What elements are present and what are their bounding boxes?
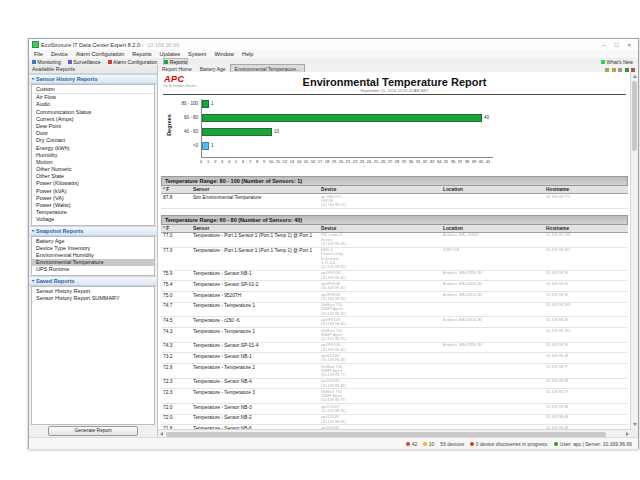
cell-hostname: 10.169.98.48 [544, 415, 628, 425]
reports-icon [164, 60, 168, 64]
perspective-label: Alarm Configuration [113, 59, 157, 65]
generate-report-button[interactable]: Generate Report [48, 426, 138, 436]
scroll-right-icon[interactable] [626, 432, 629, 436]
sidebar-item-power-va[interactable]: Power (VA) [32, 195, 154, 202]
cell-temperature: 74.3 [161, 328, 191, 342]
user-icon [554, 442, 558, 446]
x-axis-line [201, 157, 493, 158]
sidebar-item-motion[interactable]: Motion [32, 159, 154, 166]
scroll-down-icon[interactable] [633, 423, 637, 426]
whats-new-icon [601, 60, 605, 64]
cell-temperature: 77.0 [161, 248, 191, 270]
minimize-button[interactable]: – [603, 42, 606, 48]
menu-reports[interactable]: Reports [132, 51, 151, 57]
cell-sensor: Temperature - Sensor SP-01-4 [191, 343, 319, 353]
perspective-monitoring[interactable]: Monitoring [32, 59, 61, 65]
menu-updates[interactable]: Updates [160, 51, 181, 57]
cell-temperature: 74.3 [161, 343, 191, 353]
section-title: Temperature Range: 80 - 100 (Number of S… [161, 176, 628, 186]
maximize-button[interactable]: □ [615, 42, 619, 48]
horizontal-scroll-thumb[interactable] [166, 432, 606, 437]
cell-sensor: Temperature - Sensor NB-4 [191, 379, 319, 389]
cell-device: apc9F8108(10.169.98.30) [319, 292, 441, 302]
cell-hostname: 10.169.98.30 [544, 292, 628, 302]
sidebar-item-sensor-history-report-summary[interactable]: Sensor History Report SUMMARY [32, 295, 154, 302]
vertical-scrollbar[interactable] [630, 72, 638, 429]
column-header-sensor: Sensor [191, 225, 319, 232]
perspective-surveillance[interactable]: Surveillance [68, 59, 101, 65]
menu-window[interactable]: Window [214, 51, 234, 57]
sidebar-item-environmental-humidity[interactable]: Environmental Humidity [32, 252, 154, 259]
sidebar-item-battery-age[interactable]: Battery Age [32, 238, 154, 245]
temperature-bar-chart: Degrees 80 - 100160 - 804040 - 6010<0101… [161, 98, 626, 172]
cell-temperature: 72.0 [161, 404, 191, 414]
close-button[interactable]: × [627, 42, 631, 48]
section-header-snapshot-reports[interactable]: ▾Snapshot Reports [29, 226, 157, 236]
table-row: 74.3Temperature - Temperature 1NetBotz 7… [161, 328, 628, 343]
sidebar-item-sensor-history-report[interactable]: Sensor History Report [32, 288, 154, 295]
tab-report-home[interactable]: Report Home [158, 65, 196, 72]
perspective-alarm-configuration[interactable]: Alarm Configuration [108, 59, 158, 65]
report-section: Temperature Range: 80 - 100 (Number of S… [161, 176, 628, 209]
sidebar-item-dry-contact[interactable]: Dry Contact [32, 137, 154, 144]
menu-file[interactable]: File [34, 51, 43, 57]
sidebar-item-ups-runtime[interactable]: UPS Runtime [32, 266, 154, 273]
tab-battery-age[interactable]: Battery Age [196, 65, 230, 72]
cell-hostname: 10.169.98.48 [544, 379, 628, 389]
sidebar-item-temperature[interactable]: Temperature [32, 209, 154, 216]
cell-location [441, 364, 544, 378]
sidebar-item-power-watts[interactable]: Power (Watts) [32, 202, 154, 209]
cell-location: Andover, MA 01810 3B [441, 317, 544, 327]
sidebar-item-door[interactable]: Door [32, 130, 154, 137]
section-header-saved-reports[interactable]: ▾Saved Reports [29, 276, 157, 286]
cell-hostname: 10.169.98.30 [544, 271, 628, 281]
cell-hostname: 10.169.98.195 [544, 328, 628, 342]
cell-hostname: 10.169.98.48 [544, 353, 628, 363]
whats-new-link[interactable]: What's New [601, 59, 635, 65]
sidebar-item-audio[interactable]: Audio [32, 101, 154, 108]
cell-device: NMC-2PowerConfigSubstation1.17-4-4(10.16… [319, 248, 441, 270]
tab-environmental-temperature[interactable]: Environmental Temperature... [230, 64, 306, 72]
sidebar-item-humidity[interactable]: Humidity [32, 152, 154, 159]
sidebar-item-power-kilowatts[interactable]: Power (Kilowatts) [32, 180, 154, 187]
cell-temperature: 74.5 [161, 317, 191, 327]
menu-device[interactable]: Device [51, 51, 68, 57]
scroll-left-icon[interactable] [160, 432, 163, 436]
section-header-sensor-history-reports[interactable]: ▾Sensor History Reports [29, 74, 157, 84]
sidebar-item-power-kva[interactable]: Power (kVA) [32, 188, 154, 195]
menu-help[interactable]: Help [242, 51, 253, 57]
x-tick-label: 41 [484, 159, 492, 164]
cell-location [441, 389, 544, 403]
cell-hostname: 10.169.98.201 [544, 248, 628, 270]
sidebar-item-dew-point[interactable]: Dew Point [32, 123, 154, 130]
status-text: 0 device discoveries in progress. [476, 441, 549, 447]
cell-hostname: 10.169.98.148 [544, 233, 628, 247]
sidebar-item-other-numeric[interactable]: Other Numeric [32, 166, 154, 173]
cell-location [441, 328, 544, 342]
scroll-up-icon[interactable] [633, 75, 637, 78]
status-segment: 10 [423, 441, 434, 447]
cell-device: ap-SIM-975GW-98(10.169.98.17) [319, 194, 441, 208]
cell-location: Andover, MA 01810 3B [441, 281, 544, 291]
sidebar-item-environmental-temperature[interactable]: Environmental Temperature [32, 259, 154, 266]
sidebar-sections: ▾Sensor History ReportsCustomAir FlowAud… [29, 74, 157, 425]
generate-report-area: Generate Report [29, 425, 157, 437]
sidebar-item-voltage[interactable]: Voltage [32, 216, 154, 223]
vertical-scroll-thumb[interactable] [632, 81, 637, 151]
table-row: 73.2Temperature - Sensor NB-1apc955087(1… [161, 353, 628, 364]
sidebar-item-custom[interactable]: Custom [32, 86, 154, 94]
sidebar-item-communication-status[interactable]: Communication Status [32, 109, 154, 116]
table-row: 72.3Temperature - Temperature 3NetBotz 7… [161, 389, 628, 404]
alarm-configuration-icon [108, 60, 112, 64]
sidebar-item-air-flow[interactable]: Air Flow [32, 94, 154, 101]
column-header-device: Device [319, 186, 441, 193]
sidebar-item-current-amps[interactable]: Current (Amps) [32, 116, 154, 123]
menu-system[interactable]: System [188, 51, 206, 57]
sidebar-item-device-type-inventory[interactable]: Device Type Inventory [32, 245, 154, 252]
sidebar-item-energy-kwh[interactable]: Energy (kWh) [32, 145, 154, 152]
cell-hostname: 10.169.98.30 [544, 343, 628, 353]
menu-alarm-configuration[interactable]: Alarm Configuration [76, 51, 125, 57]
cell-location: Andover, MA 01810 3B [441, 292, 544, 302]
table-row: 74.5Temperature - r150 -6apc9F8108(10.16… [161, 317, 628, 328]
sidebar-item-other-state[interactable]: Other State [32, 173, 154, 180]
